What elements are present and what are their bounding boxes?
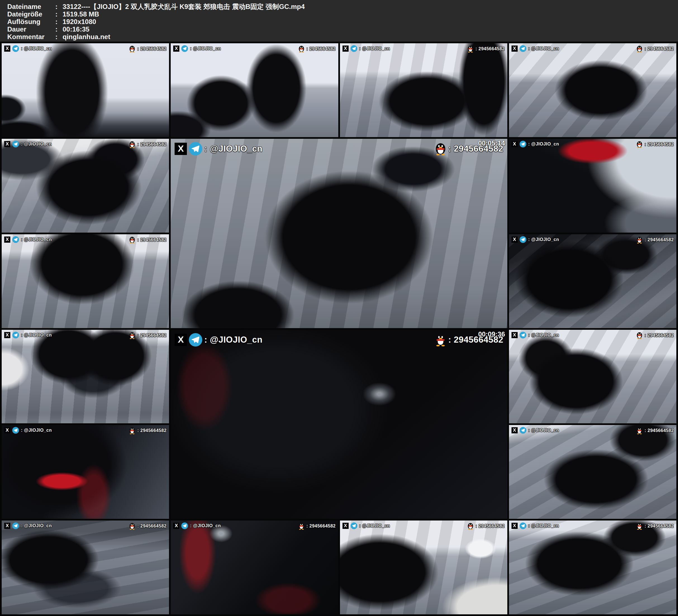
- meta-value-filename: 33122----【JIOJIO】2 双人乳胶犬乱斗 K9套装 郊狼电击 震动B…: [63, 3, 672, 10]
- x-logo-icon: X: [512, 141, 518, 147]
- meta-row-filename: Dateiname : 33122----【JIOJIO】2 双人乳胶犬乱斗 K…: [7, 3, 672, 10]
- watermark-handle-text: : @JIOJIO_cn: [21, 46, 52, 51]
- watermark-handle-text: : @JIOJIO_cn: [190, 523, 221, 528]
- telegram-icon: [520, 141, 526, 147]
- qq-penguin-icon: [129, 45, 135, 52]
- watermark-qq-text: : 2945664582: [137, 333, 166, 338]
- watermark-handles: X : @JIOJIO_cn: [512, 523, 559, 529]
- telegram-icon: [350, 45, 357, 52]
- qq-penguin-icon: [298, 45, 304, 52]
- x-logo-icon: X: [173, 523, 179, 529]
- video-thumbnail: X : @JIOJIO_cn : 2945664582: [2, 43, 169, 137]
- qq-penguin-icon: [636, 141, 643, 148]
- watermark-qq: : 2945664582: [636, 523, 674, 530]
- watermark-handles: X : @JIOJIO_cn: [4, 523, 52, 529]
- qq-penguin-icon: [435, 142, 446, 156]
- watermark-handles: X : @JIOJIO_cn: [4, 332, 52, 339]
- meta-colon: :: [55, 33, 63, 40]
- watermark-handles: X : @JIOJIO_cn: [4, 427, 52, 434]
- telegram-icon: [520, 523, 526, 529]
- watermark-qq: : 2945664582: [129, 45, 166, 52]
- video-thumbnail: X : @JIOJIO_cn : 2945664582: [509, 521, 676, 614]
- watermark-handle-text: : @JIOJIO_cn: [528, 46, 559, 51]
- qq-penguin-icon: [636, 236, 643, 243]
- watermark-qq-text: : 2945664582: [137, 524, 166, 529]
- meta-colon: :: [55, 18, 63, 26]
- watermark-qq-text: : 2945664582: [306, 524, 336, 529]
- meta-row-comment: Kommentar : qinglanhua.net: [7, 33, 672, 40]
- telegram-icon: [520, 332, 526, 339]
- meta-value-filesize: 1519.58 MB: [63, 10, 672, 18]
- meta-label: Kommentar: [7, 33, 55, 40]
- telegram-icon: [12, 427, 19, 434]
- timestamp-overlay: 00:09:36: [478, 330, 505, 338]
- watermark-handles: X : @JIOJIO_cn: [512, 427, 559, 434]
- watermark-handle-text: : @JIOJIO_cn: [528, 428, 559, 433]
- watermark-qq-text: : 2945664582: [644, 333, 674, 338]
- watermark-qq: : 2945664582: [636, 236, 674, 243]
- watermark-handles: X : @JIOJIO_cn: [512, 45, 559, 52]
- video-thumbnail: X : @JIOJIO_cn : 2945664582: [2, 139, 169, 233]
- meta-value-resolution: 1920x1080: [63, 18, 672, 26]
- meta-colon: :: [55, 10, 63, 18]
- watermark-qq: : 2945664582: [129, 427, 166, 434]
- watermark-handles: X : @JIOJIO_cn: [4, 141, 52, 147]
- qq-penguin-icon: [636, 427, 643, 434]
- meta-colon: :: [55, 26, 63, 33]
- watermark-qq: : 2945664582: [129, 523, 166, 530]
- timestamp-overlay: 00:05:14: [478, 139, 505, 147]
- watermark-qq: : 2945664582: [129, 236, 166, 243]
- telegram-icon: [189, 142, 202, 156]
- watermark-qq: : 2945664582: [636, 332, 674, 339]
- video-thumbnail: X : @JIOJIO_cn : 2945664582: [509, 425, 676, 519]
- watermark-handle-text: : @JIOJIO_cn: [21, 333, 52, 338]
- meta-colon: :: [55, 3, 63, 10]
- watermark-qq-text: : 2945664582: [644, 46, 674, 51]
- x-logo-icon: X: [512, 332, 518, 338]
- qq-penguin-icon: [467, 45, 474, 52]
- video-thumbnail: X : @JIOJIO_cn : 2945664582: [509, 139, 676, 233]
- video-thumbnail: X : @JIOJIO_cn : 2945664582: [2, 521, 169, 614]
- watermark-handle-text: : @JIOJIO_cn: [190, 46, 221, 51]
- x-logo-icon: X: [342, 523, 349, 529]
- watermark-handles: X : @JIOJIO_cn: [173, 523, 221, 529]
- watermark-handle-text: : @JIOJIO_cn: [21, 523, 52, 528]
- telegram-icon: [350, 523, 357, 529]
- watermark-handles: X : @JIOJIO_cn: [173, 45, 221, 52]
- video-thumbnail: X : @JIOJIO_cn : 2945664582: [340, 521, 507, 614]
- x-logo-icon: X: [342, 45, 349, 52]
- meta-label: Dateiname: [7, 3, 55, 10]
- qq-penguin-icon: [467, 523, 474, 530]
- qq-penguin-icon: [636, 332, 643, 339]
- video-thumbnail: X : @JIOJIO_cn : 2945664582: [171, 521, 338, 614]
- meta-row-filesize: Dateigröße : 1519.58 MB: [7, 10, 672, 18]
- watermark-handle-text: : @JIOJIO_cn: [528, 237, 559, 242]
- meta-row-duration: Dauer : 00:16:35: [7, 26, 672, 33]
- telegram-icon: [12, 45, 19, 52]
- telegram-icon: [520, 45, 526, 52]
- x-logo-icon: X: [175, 334, 187, 346]
- x-logo-icon: X: [4, 332, 10, 338]
- watermark-qq: : 2945664582: [298, 45, 336, 52]
- x-logo-icon: X: [512, 523, 518, 529]
- watermark-handle-text: : @JIOJIO_cn: [528, 142, 559, 147]
- qq-penguin-icon: [435, 333, 446, 347]
- qq-penguin-icon: [129, 332, 135, 339]
- watermark-handle-text: : @JIOJIO_cn: [528, 333, 559, 338]
- video-thumbnail: X : @JIOJIO_cn : 2945664582: [2, 425, 169, 519]
- x-logo-icon: X: [4, 236, 10, 243]
- watermark-handles: X : @JIOJIO_cn: [342, 45, 390, 52]
- watermark-handles: X : @JIOJIO_cn: [512, 141, 559, 147]
- watermark-handles: X : @JIOJIO_cn: [512, 236, 559, 243]
- file-info-header: Dateiname : 33122----【JIOJIO】2 双人乳胶犬乱斗 K…: [0, 0, 678, 42]
- video-thumbnail: X : @JIOJIO_cn : 2945664582: [509, 234, 676, 328]
- x-logo-icon: X: [4, 427, 10, 433]
- video-thumbnail: X : @JIOJIO_cn : 2945664582: [2, 234, 169, 328]
- telegram-icon: [12, 332, 19, 339]
- video-thumbnail: X : @JIOJIO_cn : 2945664582: [340, 43, 507, 137]
- telegram-icon: [520, 236, 526, 243]
- watermark-handle-text: : @JIOJIO_cn: [21, 142, 52, 147]
- watermark-qq-text: : 2945664582: [644, 142, 674, 147]
- qq-penguin-icon: [129, 427, 135, 434]
- video-thumbnail: X : @JIOJIO_cn : 2945664582: [509, 43, 676, 137]
